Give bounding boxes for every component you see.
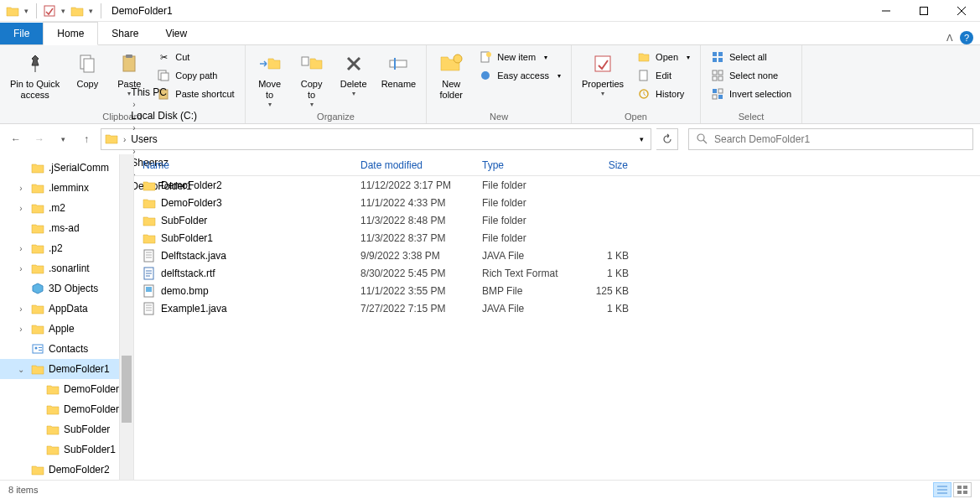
breadcrumb-item[interactable]: Users bbox=[129, 133, 199, 145]
tree-expand-icon[interactable]: › bbox=[15, 184, 27, 193]
search-input[interactable] bbox=[714, 133, 966, 145]
open-button[interactable]: Open▾ bbox=[634, 49, 693, 65]
list-item[interactable]: delftstack.rtf8/30/2022 5:45 PMRich Text… bbox=[134, 264, 980, 282]
chevron-right-icon[interactable]: › bbox=[129, 123, 138, 133]
chevron-right-icon[interactable]: › bbox=[129, 100, 138, 109]
svg-rect-51 bbox=[146, 287, 152, 292]
tab-file[interactable]: File bbox=[0, 23, 43, 44]
tree-expand-icon[interactable]: › bbox=[15, 325, 27, 334]
copy-to-button[interactable]: Copy to ▾ bbox=[294, 49, 329, 110]
svg-rect-59 bbox=[957, 486, 962, 489]
tree-item-label: DemoFolder1 bbox=[49, 363, 110, 375]
folder-icon bbox=[30, 160, 45, 175]
list-item[interactable]: DemoFolder311/1/2022 4:33 PMFile folder bbox=[134, 194, 980, 211]
up-button[interactable]: ↑ bbox=[77, 130, 96, 148]
easy-access-button[interactable]: Easy access▾ bbox=[475, 67, 564, 84]
edit-button[interactable]: Edit bbox=[634, 67, 693, 84]
history-button[interactable]: History bbox=[634, 86, 693, 102]
qat-properties-icon[interactable] bbox=[42, 3, 57, 18]
breadcrumb-item[interactable]: Local Disk (C:) bbox=[129, 110, 199, 122]
ribbon-collapse-icon[interactable]: ᐱ bbox=[946, 33, 953, 44]
tree-item[interactable]: ›.m2 bbox=[0, 198, 133, 218]
invert-selection-button[interactable]: Invert selection bbox=[708, 86, 795, 102]
column-date[interactable]: Date modified bbox=[352, 154, 474, 175]
address-dropdown[interactable]: ▾ bbox=[636, 135, 647, 143]
tree-item[interactable]: SubFolder bbox=[0, 419, 133, 439]
ribbon-group-new: New bbox=[433, 110, 564, 123]
tree-expand-icon[interactable]: › bbox=[15, 244, 27, 253]
qat-folder-icon[interactable] bbox=[70, 3, 85, 18]
tab-view[interactable]: View bbox=[152, 23, 200, 44]
list-item[interactable]: demo.bmp11/1/2022 3:55 PMBMP File125 KB bbox=[134, 282, 980, 299]
list-item[interactable]: Example1.java7/27/2022 7:15 PMJAVA File1… bbox=[134, 299, 980, 317]
move-to-button[interactable]: Move to ▾ bbox=[252, 49, 288, 110]
tree-item[interactable]: DemoFolder2 bbox=[0, 460, 133, 480]
tree-expand-icon[interactable]: ⌄ bbox=[15, 365, 27, 374]
refresh-button[interactable] bbox=[656, 128, 678, 150]
folder-icon bbox=[45, 422, 60, 437]
tree-item[interactable]: ›Apple bbox=[0, 319, 133, 339]
chevron-right-icon[interactable]: › bbox=[120, 135, 129, 144]
folder-icon bbox=[105, 133, 118, 147]
recent-dropdown[interactable]: ▾ bbox=[54, 130, 72, 148]
column-size[interactable]: Size bbox=[574, 154, 637, 175]
select-all-button[interactable]: Select all bbox=[708, 49, 795, 65]
back-button[interactable]: ← bbox=[7, 130, 25, 148]
details-view-button[interactable] bbox=[933, 482, 951, 497]
column-name[interactable]: Name bbox=[134, 154, 352, 175]
qat-dropdown-1[interactable]: ▾ bbox=[22, 7, 31, 15]
breadcrumb-item[interactable]: This PC bbox=[129, 86, 199, 98]
scrollbar-thumb[interactable] bbox=[122, 356, 132, 423]
tree-expand-icon[interactable]: › bbox=[15, 264, 27, 273]
cut-button[interactable]: ✂Cut bbox=[153, 49, 237, 65]
tree-item[interactable]: .jSerialComm bbox=[0, 158, 133, 178]
help-icon[interactable]: ? bbox=[960, 31, 973, 44]
file-type: File folder bbox=[474, 179, 574, 191]
list-item[interactable]: Delftstack.java9/9/2022 3:38 PMJAVA File… bbox=[134, 247, 980, 264]
tree-item-label: DemoFolder2 bbox=[49, 464, 110, 476]
file-date: 11/3/2022 8:48 PM bbox=[352, 215, 474, 226]
list-item[interactable]: SubFolder111/3/2022 8:37 PMFile folder bbox=[134, 229, 980, 247]
icons-view-button[interactable] bbox=[953, 482, 972, 497]
forward-button[interactable]: → bbox=[30, 130, 49, 148]
list-item[interactable]: SubFolder11/3/2022 8:48 PMFile folder bbox=[134, 211, 980, 229]
invert-selection-icon bbox=[711, 87, 724, 101]
tree-item[interactable]: ›.sonarlint bbox=[0, 258, 133, 278]
svg-rect-2 bbox=[920, 7, 927, 14]
tree-item[interactable]: DemoFolder2 bbox=[0, 379, 133, 399]
tree-item[interactable]: Contacts bbox=[0, 339, 133, 359]
tree-item[interactable]: ›.lemminx bbox=[0, 178, 133, 198]
tree-item[interactable]: ›.p2 bbox=[0, 238, 133, 258]
tree-item[interactable]: ›AppData bbox=[0, 299, 133, 319]
delete-button[interactable]: Delete ▾ bbox=[336, 49, 371, 99]
properties-button[interactable]: Properties ▾ bbox=[578, 49, 627, 99]
tree-expand-icon[interactable]: › bbox=[15, 204, 27, 213]
new-folder-button[interactable]: New folder bbox=[433, 49, 469, 102]
file-date: 11/1/2022 3:55 PM bbox=[352, 285, 474, 297]
list-item[interactable]: DemoFolder211/12/2022 3:17 PMFile folder bbox=[134, 176, 980, 194]
new-item-button[interactable]: New item▾ bbox=[475, 49, 564, 65]
tree-expand-icon[interactable]: › bbox=[15, 304, 27, 314]
nav-scrollbar[interactable] bbox=[119, 154, 133, 480]
tab-home[interactable]: Home bbox=[43, 22, 98, 45]
svg-rect-32 bbox=[713, 89, 717, 93]
tree-item[interactable]: DemoFolder3 bbox=[0, 399, 133, 419]
copy-path-button[interactable]: Copy path bbox=[153, 67, 237, 84]
rename-button[interactable]: Rename bbox=[378, 49, 420, 91]
tree-item[interactable]: .ms-ad bbox=[0, 218, 133, 238]
pin-to-quick-access-button[interactable]: Pin to Quick access bbox=[7, 49, 63, 102]
copy-button[interactable]: Copy bbox=[70, 49, 105, 91]
address-box[interactable]: › This PC›Local Disk (C:)›Users›Sheeraz›… bbox=[101, 128, 651, 150]
tab-share[interactable]: Share bbox=[98, 23, 152, 44]
qat-dropdown-2[interactable]: ▾ bbox=[59, 7, 68, 15]
tree-item[interactable]: ⌄DemoFolder1 bbox=[0, 359, 133, 379]
search-box[interactable] bbox=[688, 128, 973, 150]
maximize-button[interactable] bbox=[905, 0, 942, 22]
minimize-button[interactable] bbox=[867, 0, 905, 22]
qat-customize[interactable]: ▾ bbox=[86, 7, 96, 15]
tree-item[interactable]: SubFolder1 bbox=[0, 439, 133, 460]
select-none-button[interactable]: Select none bbox=[708, 67, 795, 84]
column-type[interactable]: Type bbox=[474, 154, 574, 175]
close-button[interactable] bbox=[942, 0, 980, 22]
tree-item[interactable]: 3D Objects bbox=[0, 278, 133, 299]
